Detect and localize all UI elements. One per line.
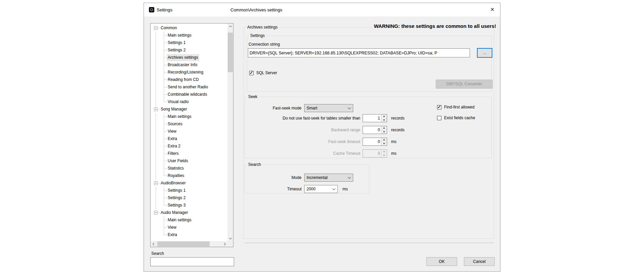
footer-separator — [245, 243, 494, 243]
connection-string-input[interactable] — [248, 48, 470, 57]
tree-item-main-settings[interactable]: Main settings — [151, 217, 227, 224]
seek-group-label: Seek — [247, 94, 259, 99]
tree-item-main-settings[interactable]: Main settings — [151, 113, 227, 121]
spin-up-icon[interactable] — [381, 138, 387, 142]
tree-item-user-fields[interactable]: User Fields — [151, 157, 227, 165]
cache-timeout-spinner: 0 — [363, 149, 387, 157]
spin-down-icon[interactable] — [381, 142, 387, 146]
spin-down-icon[interactable] — [381, 130, 387, 134]
tree-collapse-icon[interactable] — [154, 211, 158, 215]
settings-dialog: Settings Common\Archives settings ✕ Comm… — [144, 3, 500, 272]
find-first-allowed-label: Find-first allowed — [444, 105, 475, 109]
horizontal-scroll-thumb[interactable] — [157, 241, 210, 246]
tree-item-settings-2[interactable]: Settings 2 — [151, 47, 227, 54]
scroll-up-icon[interactable] — [227, 24, 233, 29]
search-mode-dropdown[interactable]: Incremental — [304, 174, 353, 182]
tree-item-common[interactable]: Common — [151, 25, 227, 32]
tree-item-view[interactable]: View — [151, 128, 227, 135]
tree-item-settings-3[interactable]: Settings 3 — [151, 202, 227, 209]
tree-item-extra[interactable]: Extra — [151, 135, 227, 143]
spin-up-icon[interactable] — [381, 114, 387, 118]
search-timeout-combo[interactable]: 2000 — [304, 185, 338, 193]
search-timeout-value: 2000 — [307, 187, 316, 191]
fast-seek-timeout-unit: ms — [391, 139, 396, 144]
tree-item-extra-2[interactable]: Extra 2 — [151, 143, 227, 150]
fast-seek-mode-dropdown[interactable]: Smart — [304, 104, 353, 112]
tree-item-send-to-another-radio[interactable]: Send to another Radio — [151, 84, 227, 91]
fast-seek-mode-value: Smart — [307, 106, 317, 110]
settings-group-label: Settings — [249, 33, 266, 38]
tree-item-label: Settings 3 — [167, 202, 186, 209]
vertical-scroll-thumb[interactable] — [228, 33, 233, 72]
tree-horizontal-scrollbar[interactable] — [151, 241, 227, 247]
spin-up-icon[interactable] — [381, 126, 387, 130]
tree-item-reading-from-cd[interactable]: Reading from CD — [151, 76, 227, 84]
tree-item-label: Statistics — [167, 165, 185, 172]
tree-item-settings-2[interactable]: Settings 2 — [151, 194, 227, 202]
tree-item-statistics[interactable]: Statistics — [151, 165, 227, 172]
sql-server-checkbox[interactable] — [249, 71, 254, 75]
tree-item-main-settings[interactable]: Main settings — [151, 32, 227, 39]
tree-item-label: Main settings — [167, 113, 193, 120]
search-timeout-label: Timeout — [245, 187, 302, 191]
tree-collapse-icon[interactable] — [154, 181, 158, 185]
tree-item-label: Common — [160, 25, 178, 32]
tree-item-view[interactable]: View — [151, 224, 227, 231]
tree-item-royalties[interactable]: Royalties — [151, 172, 227, 180]
tree-collapse-icon[interactable] — [154, 26, 158, 30]
tree-item-settings-1[interactable]: Settings 1 — [151, 39, 227, 47]
tree-search-input[interactable] — [150, 257, 234, 266]
fast-seek-timeout-spinner[interactable]: 0 — [363, 138, 387, 146]
backward-range-spinner[interactable]: 0 — [363, 126, 387, 134]
fast-seek-threshold-spinner[interactable]: 1 — [363, 114, 387, 122]
tree-item-label: Settings 2 — [167, 194, 186, 201]
tree-item-label: Extra — [167, 135, 178, 142]
spin-up-icon — [381, 150, 387, 153]
tree-item-label: Sources — [167, 121, 183, 128]
cancel-button[interactable]: Cancel — [464, 257, 495, 266]
tree-item-audiobrowser[interactable]: AudioBrowser — [151, 180, 227, 187]
window-title: Settings — [157, 7, 172, 12]
tree-item-extra[interactable]: Extra — [151, 231, 227, 239]
find-first-allowed-checkbox[interactable] — [437, 105, 441, 109]
scroll-right-icon[interactable] — [222, 241, 227, 247]
search-mode-label: Mode — [245, 175, 302, 180]
tree-item-label: Filters — [167, 150, 180, 157]
tree-item-combinable-wildcards[interactable]: Combinable wildcards — [151, 91, 227, 98]
breadcrumb: Common\Archives settings — [230, 7, 282, 12]
search-mode-value: Incremental — [307, 175, 328, 180]
exist-fields-cache-checkbox[interactable] — [437, 116, 441, 120]
tree-item-audio-manager[interactable]: Audio Manager — [151, 209, 227, 217]
tree-item-label: View — [167, 224, 177, 231]
chevron-down-icon — [332, 187, 336, 190]
dbf-sql-converter-button: DBF/SQL Converter — [436, 80, 493, 89]
tree-item-label: Send to another Radio — [167, 84, 209, 91]
exist-fields-cache-label: Exist fields cache — [444, 116, 475, 120]
ok-button[interactable]: OK — [426, 257, 457, 266]
tree-item-song-manager[interactable]: Song Manager — [151, 106, 227, 113]
tree-item-visual-radio[interactable]: Visual radio — [151, 98, 227, 106]
close-icon[interactable]: ✕ — [486, 4, 499, 15]
tree-item-label: User Fields — [167, 157, 189, 165]
tree-item-filters[interactable]: Filters — [151, 150, 227, 157]
tree-item-recording-listening[interactable]: Recording/Listening — [151, 69, 227, 76]
tree-item-label: Main settings — [167, 217, 193, 224]
tree-item-label: Archives settings — [167, 54, 199, 61]
spin-down-icon[interactable] — [381, 118, 387, 122]
cache-timeout-unit: ms — [391, 151, 396, 156]
tree-item-settings-1[interactable]: Settings 1 — [151, 187, 227, 194]
tree-item-broadcaster-info[interactable]: Broadcaster Info — [151, 61, 227, 69]
tree-collapse-icon[interactable] — [154, 107, 158, 111]
tree-vertical-scrollbar[interactable] — [227, 24, 233, 241]
chevron-down-icon — [348, 106, 351, 109]
scroll-down-icon[interactable] — [227, 235, 233, 241]
tree-item-archives-settings[interactable]: Archives settings — [151, 54, 227, 61]
browse-connection-button[interactable]: ... — [477, 48, 492, 58]
fast-seek-timeout-label: Fast-seek timeout — [245, 139, 360, 144]
tree-item-label: Combinable wildcards — [167, 91, 208, 98]
tree-item-sources[interactable]: Sources — [151, 121, 227, 128]
settings-tree: CommonMain settingsSettings 1Settings 2A… — [150, 23, 233, 247]
scroll-left-icon[interactable] — [151, 241, 156, 247]
app-icon — [149, 7, 154, 12]
archives-settings-group-label: Archives settings — [246, 25, 279, 30]
